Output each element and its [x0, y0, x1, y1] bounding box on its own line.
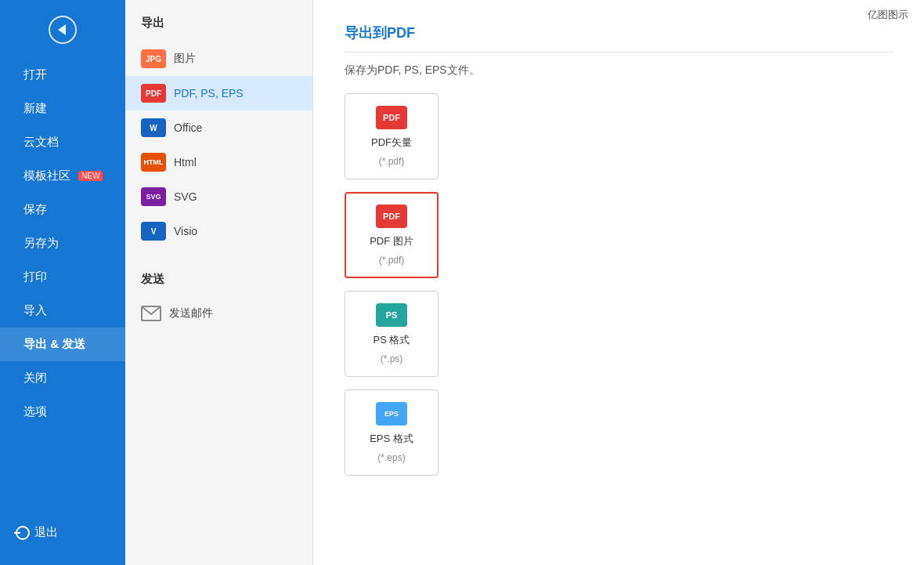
format-card-pdf-vector[interactable]: PDF PDF矢量 (*.pdf): [345, 93, 439, 179]
middle-panel: 导出 JPG 图片 PDF PDF, PS, EPS W Office HTML…: [125, 0, 313, 565]
sidebar-item-export[interactable]: 导出 & 发送: [0, 328, 125, 361]
export-item-html[interactable]: HTML Html: [125, 145, 312, 179]
eps-sub: (*.eps): [377, 452, 405, 463]
visio-icon: V: [141, 222, 166, 241]
new-badge: NEW: [78, 171, 103, 181]
eps-icon: EPS: [376, 402, 407, 426]
main-description: 保存为PDF, PS, EPS文件。: [345, 63, 893, 78]
format-card-pdf-image[interactable]: PDF PDF 图片 (*.pdf): [345, 192, 439, 278]
exit-icon: [16, 526, 30, 540]
export-section-title: 导出: [125, 16, 312, 42]
sidebar-item-saveas[interactable]: 另存为: [0, 226, 125, 260]
html-icon: HTML: [141, 153, 166, 172]
app-logo: 亿图图示: [868, 8, 908, 22]
pdf-vector-sub: (*.pdf): [379, 156, 405, 167]
export-item-office[interactable]: W Office: [125, 110, 312, 145]
jpg-icon: JPG: [141, 49, 166, 68]
pdf-vector-icon: PDF: [376, 106, 407, 129]
back-button[interactable]: [0, 8, 125, 58]
svg-icon: SVG: [141, 187, 166, 206]
main-section-title: 导出到PDF: [345, 24, 893, 53]
pdf-icon: PDF: [141, 84, 166, 103]
sidebar-item-new[interactable]: 新建: [0, 92, 125, 125]
send-section: 发送 发送邮件: [125, 272, 312, 329]
sidebar-item-options[interactable]: 选项: [0, 395, 125, 429]
sidebar: 打开 新建 云文档 模板社区 NEW 保存 另存为 打印 导入 导出 & 发送 …: [0, 0, 125, 565]
sidebar-item-open[interactable]: 打开: [0, 58, 125, 92]
ps-icon: PS: [376, 303, 407, 327]
word-icon: W: [141, 118, 166, 137]
export-item-svg[interactable]: SVG SVG: [125, 179, 312, 214]
send-section-title: 发送: [125, 272, 312, 298]
export-item-pdf[interactable]: PDF PDF, PS, EPS: [125, 76, 312, 110]
send-item-email[interactable]: 发送邮件: [125, 298, 312, 329]
ps-sub: (*.ps): [381, 353, 403, 364]
sidebar-item-print[interactable]: 打印: [0, 260, 125, 294]
format-card-ps[interactable]: PS PS 格式 (*.ps): [345, 291, 439, 377]
pdf-image-icon: PDF: [376, 205, 407, 228]
sidebar-item-template[interactable]: 模板社区 NEW: [0, 159, 125, 193]
format-card-eps[interactable]: EPS EPS 格式 (*.eps): [345, 389, 439, 476]
sidebar-item-import[interactable]: 导入: [0, 294, 125, 328]
pdf-image-sub: (*.pdf): [379, 255, 405, 266]
export-item-image[interactable]: JPG 图片: [125, 42, 312, 76]
ps-label: PS 格式: [374, 333, 410, 347]
sidebar-item-exit[interactable]: 退出: [0, 516, 125, 549]
main-content: 亿图图示 导出到PDF 保存为PDF, PS, EPS文件。 PDF PDF矢量…: [313, 0, 924, 565]
export-item-visio[interactable]: V Visio: [125, 214, 312, 248]
sidebar-item-cloud[interactable]: 云文档: [0, 125, 125, 159]
pdf-vector-label: PDF矢量: [371, 136, 412, 150]
eps-label: EPS 格式: [370, 432, 413, 446]
sidebar-item-save[interactable]: 保存: [0, 193, 125, 226]
pdf-image-label: PDF 图片: [370, 234, 413, 248]
format-grid: PDF PDF矢量 (*.pdf) PDF PDF 图片 (*.pdf) PS …: [345, 93, 893, 476]
mail-icon: [141, 306, 161, 321]
sidebar-item-close[interactable]: 关闭: [0, 361, 125, 395]
